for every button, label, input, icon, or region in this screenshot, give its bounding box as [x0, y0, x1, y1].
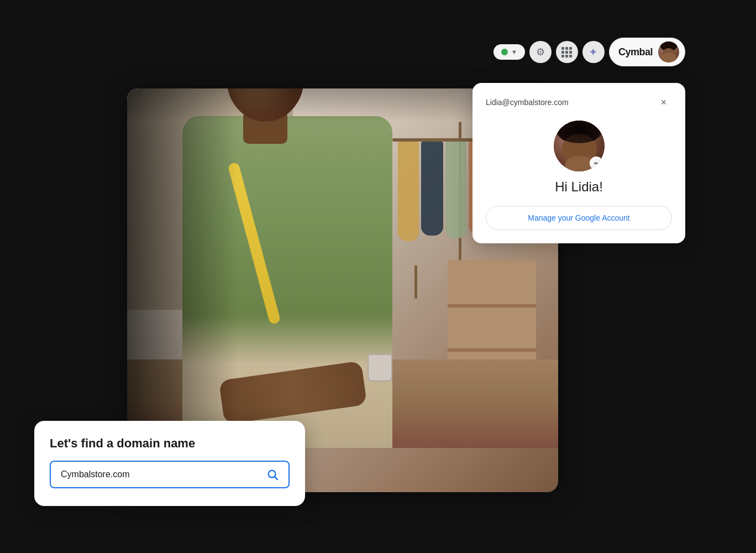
cymbal-logo-text: Cymbal: [618, 46, 653, 58]
navbar: ▼ ⚙ ✦ Cymbal: [494, 38, 685, 66]
settings-button[interactable]: ⚙: [529, 41, 552, 63]
account-button[interactable]: Cymbal: [609, 38, 685, 66]
domain-search-button[interactable]: [262, 464, 283, 485]
popup-greeting: Hi Lidia!: [555, 179, 603, 195]
popup-email: Lidia@cymbalstore.com: [486, 98, 569, 107]
domain-search-box: [50, 461, 290, 488]
avatar-edit-button[interactable]: ✏: [590, 156, 603, 170]
popup-avatar: ✏: [554, 121, 605, 171]
close-button[interactable]: ×: [655, 94, 672, 111]
assistant-button[interactable]: ✦: [582, 41, 605, 63]
domain-card-title: Let's find a domain name: [50, 436, 290, 451]
popup-avatar-section: ✏ Hi Lidia!: [486, 121, 672, 195]
apps-button[interactable]: [556, 41, 578, 63]
sparkle-icon: ✦: [589, 45, 598, 59]
grid-icon: [561, 47, 572, 58]
domain-search-input[interactable]: [59, 463, 262, 486]
svg-line-1: [275, 477, 278, 480]
status-dropdown-button[interactable]: ▼: [494, 44, 525, 60]
gear-icon: ⚙: [536, 46, 545, 58]
svg-point-0: [269, 471, 276, 478]
popup-header: Lidia@cymbalstore.com ×: [486, 94, 672, 111]
account-popup: Lidia@cymbalstore.com × ✏ Hi Lidia! Mana…: [473, 83, 685, 243]
avatar: [658, 41, 679, 62]
search-icon: [266, 468, 279, 481]
domain-search-card: Let's find a domain name: [34, 421, 305, 506]
status-dot: [501, 49, 508, 55]
close-icon: ×: [661, 97, 667, 108]
manage-account-button[interactable]: Manage your Google Account: [486, 206, 672, 230]
dropdown-arrow-icon: ▼: [511, 49, 517, 55]
